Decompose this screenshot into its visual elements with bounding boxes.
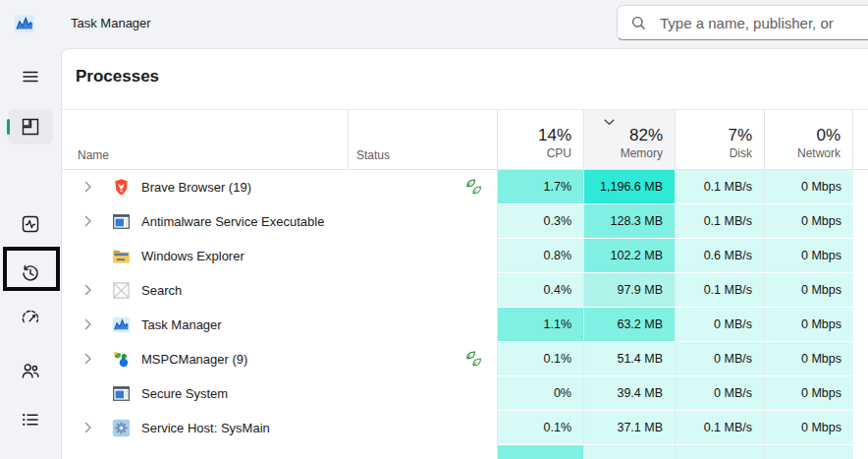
process-app-icon (112, 247, 131, 265)
expand-button[interactable] (62, 447, 112, 459)
memory-cell: 128.3 MB (583, 204, 675, 239)
column-header-cpu[interactable]: 14% CPU (497, 110, 583, 169)
page-title: Processes (76, 67, 159, 86)
sidebar (0, 48, 61, 459)
status-cell (348, 308, 497, 342)
process-name: Service Host: SysMain (141, 421, 270, 435)
titlebar: Task Manager (0, 0, 868, 48)
process-table-header: Name Status 14% CPU 82% Memory 7% Disk 0… (62, 109, 868, 170)
performance-icon (21, 214, 40, 234)
status-cell (348, 204, 497, 239)
process-row[interactable]: Brave Browser (19) 1.7% 1,196.6 MB 0.1 M… (62, 170, 868, 204)
sidebar-item-processes[interactable] (8, 109, 53, 144)
chevron-right-icon (84, 353, 92, 365)
status-cell (348, 445, 497, 459)
memory-cell: 51.4 MB (583, 342, 675, 376)
memory-cell: 102.2 MB (583, 239, 675, 273)
process-name: Windows Explorer (141, 249, 244, 263)
processes-icon (21, 117, 40, 137)
chevron-right-icon (84, 215, 92, 227)
efficiency-mode-leaf-icon (465, 350, 483, 368)
disk-cell: 0 MB/s (675, 376, 764, 411)
process-name-cell: MSPCManager (9) (62, 342, 348, 376)
expand-button[interactable] (62, 318, 112, 330)
sidebar-item-services[interactable] (8, 451, 53, 459)
process-table-body: Brave Browser (19) 1.7% 1,196.6 MB 0.1 M… (62, 170, 868, 459)
cpu-cell: 0.8% (497, 239, 583, 273)
memory-cell (583, 445, 675, 459)
column-header-network[interactable]: 0% Network (764, 110, 853, 169)
disk-cell: 0.1 MB/s (675, 170, 764, 204)
disk-cell: 0 MB/s (675, 342, 764, 376)
disk-cell: 0 MB/s (675, 308, 764, 342)
process-app-icon (112, 350, 131, 369)
process-name: MSPCManager (9) (141, 352, 247, 367)
process-name-cell: Service Host: SysMain (62, 411, 348, 445)
process-name: Search (141, 283, 182, 298)
process-name-cell: Secure System (62, 376, 348, 411)
sidebar-item-app-history[interactable] (8, 256, 53, 291)
network-cell: 0 Mbps (764, 239, 853, 273)
network-cell: 0 Mbps (764, 342, 853, 376)
status-cell (348, 239, 497, 273)
chevron-right-icon (84, 284, 92, 296)
column-header-memory[interactable]: 82% Memory (583, 110, 675, 169)
sidebar-item-performance[interactable] (8, 206, 53, 242)
chevron-right-icon (84, 422, 92, 433)
status-cell (348, 376, 497, 411)
search-box[interactable] (617, 5, 868, 40)
cpu-cell (497, 445, 583, 459)
column-header-name[interactable]: Name (62, 110, 348, 169)
startup-apps-icon (21, 308, 40, 327)
expand-button[interactable] (62, 181, 112, 193)
process-name-cell: Antimalware Service Executable (62, 204, 348, 239)
expand-button[interactable] (62, 387, 112, 399)
search-icon (631, 16, 646, 30)
memory-cell: 1,196.6 MB (583, 170, 675, 204)
cpu-cell: 0.1% (497, 342, 583, 376)
process-app-icon (112, 212, 131, 231)
process-app-icon (112, 178, 131, 197)
chevron-right-icon (84, 181, 92, 193)
process-row[interactable]: MSPCManager (9) 0.1% 51.4 MB 0 MB/s 0 Mb… (62, 342, 868, 376)
memory-cell: 39.4 MB (583, 376, 675, 411)
chevron-right-icon (84, 318, 92, 330)
process-app-icon (112, 384, 131, 403)
navigation-menu-button[interactable] (8, 59, 53, 94)
process-app-icon (112, 281, 131, 300)
process-name: Secure System (141, 386, 228, 401)
process-name: Task Manager (141, 317, 222, 332)
process-app-icon (112, 419, 131, 437)
process-row[interactable]: Service Host: SysMain 0.1% 37.1 MB 0.1 M… (62, 411, 868, 445)
process-row[interactable]: Search 0.4% 97.9 MB 0.1 MB/s 0 Mbps (62, 273, 868, 308)
process-row[interactable]: Secure System 0% 39.4 MB 0 MB/s 0 Mbps (62, 376, 868, 411)
process-name-cell (62, 445, 348, 459)
disk-cell: 0.1 MB/s (675, 411, 764, 445)
disk-cell: 0.1 MB/s (675, 273, 764, 308)
sidebar-item-users[interactable] (8, 353, 53, 388)
process-name: Brave Browser (19) (141, 180, 251, 195)
process-row-partial[interactable] (62, 445, 868, 459)
cpu-cell: 0.1% (497, 411, 583, 445)
expand-button[interactable] (62, 284, 112, 296)
expand-button[interactable] (62, 422, 112, 433)
sidebar-item-startup-apps[interactable] (8, 300, 53, 335)
expand-button[interactable] (62, 250, 112, 261)
details-icon (21, 410, 40, 430)
cpu-cell: 0.3% (497, 204, 583, 239)
search-input[interactable] (658, 14, 868, 32)
window-title: Task Manager (71, 16, 151, 30)
column-header-status[interactable]: Status (348, 110, 497, 169)
process-row[interactable]: Antimalware Service Executable 0.3% 128.… (62, 204, 868, 239)
sidebar-item-details[interactable] (8, 402, 53, 437)
status-cell (348, 273, 497, 308)
expand-button[interactable] (62, 353, 112, 365)
process-row[interactable]: Windows Explorer 0.8% 102.2 MB 0.6 MB/s … (62, 239, 868, 273)
memory-cell: 63.2 MB (583, 308, 675, 342)
status-cell (348, 170, 497, 204)
column-header-disk[interactable]: 7% Disk (675, 110, 764, 169)
process-app-icon (112, 316, 131, 334)
network-cell: 0 Mbps (764, 170, 853, 204)
expand-button[interactable] (62, 215, 112, 227)
process-row[interactable]: Task Manager 1.1% 63.2 MB 0 MB/s 0 Mbps (62, 308, 868, 342)
